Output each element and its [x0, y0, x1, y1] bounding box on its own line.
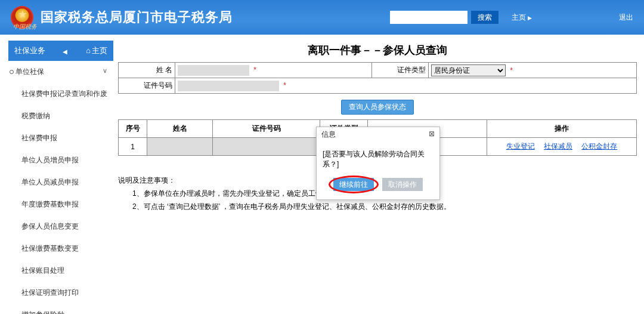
label-name: 姓 名	[119, 63, 175, 78]
site-title: 国家税务总局厦门市电子税务局	[41, 8, 233, 26]
sidebar-item[interactable]: 社保缴费基数变更	[8, 238, 113, 260]
dialog-title: 信息	[321, 130, 336, 140]
dialog-message: [是否要与该人员解除劳动合同关系？]	[317, 142, 439, 172]
doc-type-select[interactable]: 居民身份证	[431, 64, 506, 76]
sidebar-item[interactable]: 社保账目处理	[8, 260, 113, 282]
col-name: 姓名	[147, 120, 213, 138]
label-doc-type: 证件类型	[372, 63, 429, 78]
sidebar: 社保业务 主页 单位社保 社保费申报记录查询和作废 税费缴纳 社保费申报 单位人…	[0, 35, 113, 314]
required-icon: *	[283, 81, 286, 90]
sidebar-back-arrow-icon[interactable]	[63, 47, 69, 56]
sidebar-item[interactable]: 社保费申报记录查询和作废	[8, 83, 113, 105]
page-title: 离职一件事－－参保人员查询	[118, 43, 637, 57]
cell-ops: 失业登记 社保减员 公积金封存	[487, 138, 637, 156]
sidebar-top-label: 社保业务	[14, 45, 45, 56]
required-icon: *	[510, 66, 513, 75]
sidebar-item[interactable]: 年度缴费基数申报	[8, 193, 113, 216]
sidebar-menu: 单位社保 社保费申报记录查询和作废 税费缴纳 社保费申报 单位人员增员申报 单位…	[8, 61, 113, 314]
sidebar-item[interactable]: 税费缴纳	[8, 105, 113, 127]
sidebar-item[interactable]: 单位人员减员申报	[8, 171, 113, 193]
sidebar-item[interactable]: 社保费申报	[8, 127, 113, 149]
confirm-button[interactable]: 继续前往	[333, 178, 374, 191]
cell-seq: 1	[119, 138, 147, 156]
sidebar-header: 社保业务 主页	[8, 41, 113, 61]
sidebar-item[interactable]: 参保人员信息变更	[8, 216, 113, 238]
confirm-dialog: 信息 ⊠ [是否要与该人员解除劳动合同关系？] 继续前往 取消操作	[316, 127, 440, 200]
op-social-remove[interactable]: 社保减员	[544, 142, 572, 150]
slogan-script: 中国税务	[13, 23, 37, 31]
required-icon: *	[253, 66, 256, 74]
col-docno: 证件号码	[213, 120, 320, 138]
query-form: 姓 名 * 证件类型 居民身份证 * 证件号码 *	[118, 62, 637, 94]
home-link[interactable]: 主页	[512, 13, 532, 23]
col-ops: 操作	[487, 120, 637, 138]
sidebar-item[interactable]: 增加参保险种	[8, 304, 113, 314]
cancel-button[interactable]: 取消操作	[382, 178, 423, 191]
doc-no-input[interactable]	[178, 81, 279, 91]
op-fund-seal[interactable]: 公积金封存	[581, 142, 617, 150]
sidebar-home-link[interactable]: 主页	[86, 45, 107, 56]
cell-name	[147, 138, 213, 156]
search-button[interactable]: 搜索	[471, 11, 499, 24]
op-unemployment-register[interactable]: 失业登记	[506, 142, 535, 150]
close-icon[interactable]: ⊠	[429, 130, 435, 140]
note-line: 2、可点击 ‘查询已处理数据’ ，查询在电子税务局办理失业登记、社保减员、公积金…	[118, 200, 637, 213]
query-button[interactable]: 查询人员参保状态	[341, 100, 414, 115]
sidebar-group-unit-social[interactable]: 单位社保	[8, 61, 113, 83]
col-seq: 序号	[119, 120, 147, 138]
name-input[interactable]	[178, 65, 249, 76]
sidebar-item[interactable]: 单位人员增员申报	[8, 149, 113, 171]
app-header: 中国税务 国家税务总局厦门市电子税务局 搜索 主页 退出	[0, 0, 644, 35]
cell-docno	[213, 138, 320, 156]
search-input[interactable]	[390, 11, 467, 24]
label-doc-no: 证件号码	[119, 78, 175, 94]
sidebar-item[interactable]: 社保证明查询打印	[8, 282, 113, 304]
logout-link[interactable]: 退出	[619, 13, 633, 23]
